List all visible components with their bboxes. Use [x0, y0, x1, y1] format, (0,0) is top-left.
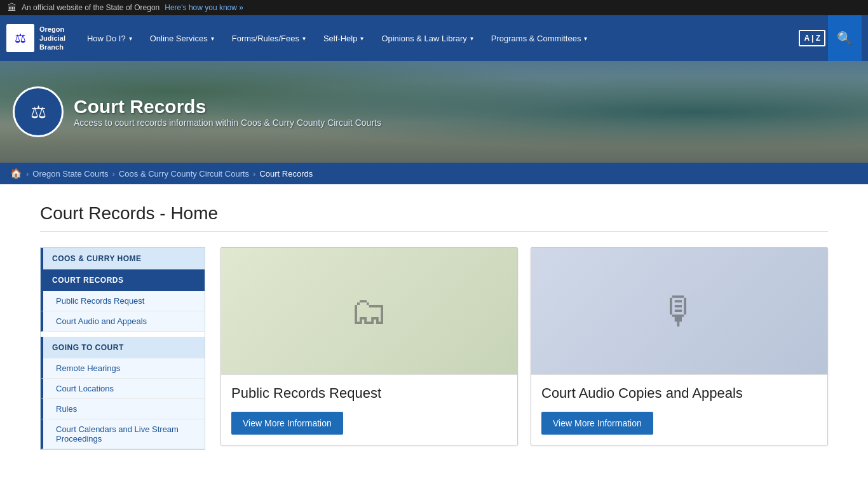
sidebar: COOS & CURRY HOME COURT RECORDS Public R…: [40, 247, 205, 450]
content-layout: COOS & CURRY HOME COURT RECORDS Public R…: [40, 247, 828, 450]
judicial-seal: ⚖: [13, 86, 64, 137]
nav-links: How Do I? ▾ Online Services ▾ Forms/Rule…: [78, 15, 799, 61]
sidebar-link-court-calendars[interactable]: Court Calendars and Live Stream Proceedi…: [41, 419, 205, 449]
nav-self-help[interactable]: Self-Help ▾: [315, 15, 372, 61]
site-logo[interactable]: ⚖ Oregon Judicial Branch: [6, 24, 65, 52]
sidebar-link-court-audio[interactable]: Court Audio and Appeals: [41, 311, 205, 332]
banner-text: An official website of the State of Oreg…: [22, 3, 159, 12]
sidebar-link-court-locations[interactable]: Court Locations: [41, 379, 205, 399]
logo-text: Oregon Judicial Branch: [39, 25, 65, 52]
chevron-down-icon: ▾: [584, 35, 587, 42]
breadcrumb-oregon-state-courts[interactable]: Oregon State Courts: [32, 169, 108, 179]
nav-right-controls: A | Z 🔍: [799, 15, 862, 61]
sidebar-link-public-records[interactable]: Public Records Request: [41, 291, 205, 311]
hero-title: Court Records: [74, 96, 381, 118]
card-title-public-records: Public Records Request: [231, 385, 507, 402]
nav-forms-rules-fees[interactable]: Forms/Rules/Fees ▾: [223, 15, 315, 61]
sidebar-section-court-records: COURT RECORDS: [41, 269, 205, 291]
nav-how-do-i[interactable]: How Do I? ▾: [78, 15, 141, 61]
search-button[interactable]: 🔍: [828, 15, 862, 61]
top-banner: 🏛 An official website of the State of Or…: [0, 0, 868, 15]
sidebar-section-coos-curry-home[interactable]: COOS & CURRY HOME: [41, 248, 205, 269]
nav-programs-committees[interactable]: Programs & Committees ▾: [482, 15, 597, 61]
card-body-court-audio: Court Audio Copies and Appeals View More…: [531, 375, 827, 445]
nav-online-services[interactable]: Online Services ▾: [141, 15, 223, 61]
hero-text: Court Records Access to court records in…: [74, 96, 381, 128]
card-public-records: Stack of folders Public Records Request …: [220, 247, 518, 445]
how-to-know-link[interactable]: Here's how you know »: [165, 3, 243, 12]
card-body-public-records: Public Records Request View More Informa…: [221, 375, 517, 445]
sidebar-link-remote-hearings[interactable]: Remote Hearings: [41, 358, 205, 379]
card-image-folders: Stack of folders: [221, 248, 517, 375]
language-toggle[interactable]: A | Z: [799, 30, 825, 46]
search-icon: 🔍: [837, 30, 853, 46]
card-btn-court-audio[interactable]: View More Information: [541, 412, 653, 435]
sidebar-section-going-to-court: GOING TO COURT: [41, 337, 205, 358]
chevron-down-icon: ▾: [470, 35, 473, 42]
card-title-court-audio: Court Audio Copies and Appeals: [541, 385, 817, 402]
chevron-down-icon: ▾: [302, 35, 306, 42]
hero-subtitle: Access to court records information with…: [74, 118, 381, 128]
flag-icon: 🏛: [8, 3, 17, 13]
sidebar-wrapper: COOS & CURRY HOME COURT RECORDS Public R…: [40, 247, 205, 450]
main-content: Court Records - Home COOS & CURRY HOME C…: [27, 184, 841, 469]
cards-area: Stack of folders Public Records Request …: [220, 247, 828, 450]
hero-content: ⚖ Court Records Access to court records …: [13, 86, 381, 137]
chevron-down-icon: ▾: [129, 35, 132, 42]
main-nav: ⚖ Oregon Judicial Branch How Do I? ▾ Onl…: [0, 15, 868, 61]
page-title: Court Records - Home: [40, 203, 828, 232]
home-icon: 🏠: [10, 168, 22, 179]
chevron-down-icon: ▾: [360, 35, 363, 42]
card-image-mic: Microphone on a podium: [531, 248, 827, 375]
card-btn-public-records[interactable]: View More Information: [231, 412, 343, 435]
nav-opinions-law-library[interactable]: Opinions & Law Library ▾: [372, 15, 482, 61]
sidebar-link-rules[interactable]: Rules: [41, 399, 205, 419]
breadcrumb: 🏠 › Oregon State Courts › Coos & Curry C…: [0, 163, 868, 184]
breadcrumb-coos-curry[interactable]: Coos & Curry County Circuit Courts: [119, 169, 249, 179]
card-court-audio: Microphone on a podium Court Audio Copie…: [531, 247, 828, 445]
hero-banner: ⚖ Court Records Access to court records …: [0, 61, 868, 163]
breadcrumb-current: Court Records: [259, 169, 313, 179]
chevron-down-icon: ▾: [211, 35, 214, 42]
logo-icon: ⚖: [6, 24, 34, 52]
